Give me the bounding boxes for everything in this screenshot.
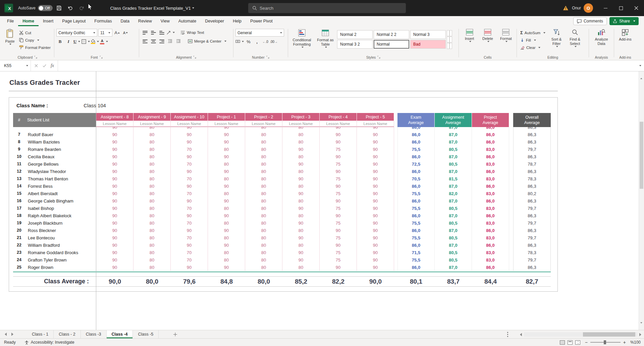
cell-style-normal-2[interactable]: Normal 2 (337, 30, 373, 39)
exam-average-cell[interactable]: 86,0 (397, 264, 435, 271)
overall-average-cell[interactable]: 86,3 (513, 127, 551, 131)
grade-cell[interactable]: 70 (171, 160, 208, 168)
class-name-value[interactable]: Class 104 (84, 103, 106, 108)
overall-average-cell[interactable]: 86,3 (513, 227, 551, 234)
excel-app-icon[interactable]: X (4, 3, 13, 13)
bold-button[interactable]: B (56, 38, 64, 45)
grade-cell[interactable]: 80 (133, 160, 171, 168)
project-average-cell[interactable]: 86,0 (472, 138, 509, 146)
save-button[interactable] (54, 3, 64, 13)
grade-cell[interactable]: 90 (320, 138, 357, 146)
font-color-button[interactable]: A (100, 38, 108, 45)
grade-cell[interactable]: 90 (96, 160, 133, 168)
sheet-tab-class-5[interactable]: Class -5 (133, 330, 159, 338)
grade-cell[interactable]: 90 (96, 264, 133, 271)
grade-cell[interactable]: 80 (245, 249, 282, 256)
exam-average-cell[interactable]: 86,0 (397, 131, 435, 138)
exam-average-cell[interactable]: 75,5 (397, 205, 435, 212)
overall-average-cell[interactable]: 80,2 (513, 190, 551, 197)
grade-cell[interactable]: 90 (96, 131, 133, 138)
overall-average-cell[interactable]: 78,3 (513, 175, 551, 182)
grade-cell[interactable]: 90 (171, 212, 208, 219)
analyze-data-button[interactable]: Analyze Data (592, 27, 611, 47)
grade-cell[interactable]: 80 (245, 197, 282, 205)
styles-more-button[interactable] (447, 43, 452, 49)
project-average-cell[interactable]: 83,0 (472, 160, 509, 168)
conditional-formatting-button[interactable]: Conditional Formatting (290, 27, 314, 49)
grade-cell[interactable]: 80 (245, 168, 282, 175)
ribbon-tab-automate[interactable]: Automate (174, 16, 201, 26)
project-average-cell[interactable]: 86,0 (472, 197, 509, 205)
grade-cell[interactable]: 90 (96, 227, 133, 234)
comma-style-button[interactable]: , (253, 38, 261, 45)
zoom-slider[interactable] (590, 342, 621, 343)
grade-cell[interactable]: 80 (208, 256, 245, 264)
formula-bar-expand-button[interactable] (635, 60, 644, 71)
grade-cell[interactable]: 90 (171, 138, 208, 146)
grade-cell[interactable]: 90 (208, 182, 245, 190)
overall-average-cell[interactable]: 79,7 (513, 205, 551, 212)
assignment-average-cell[interactable]: 80,5 (435, 160, 472, 168)
grade-cell[interactable]: 90 (320, 212, 357, 219)
grade-cell[interactable]: 80 (208, 175, 245, 182)
grade-cell[interactable]: 90 (171, 131, 208, 138)
grade-cell[interactable]: 80 (245, 127, 282, 131)
grade-cell[interactable]: 90 (357, 160, 394, 168)
assignment-average-cell[interactable]: 87,0 (435, 197, 472, 205)
grade-column-header-project-4[interactable]: Project - 4Lesson Name (320, 113, 357, 127)
grade-cell[interactable]: 80 (282, 182, 320, 190)
align-center-button[interactable] (150, 38, 157, 45)
grade-cell[interactable]: 80 (133, 241, 171, 249)
project-average-cell[interactable]: 86,0 (472, 264, 509, 271)
grade-cell[interactable]: 90 (282, 249, 320, 256)
grade-cell[interactable]: 90 (208, 241, 245, 249)
grade-cell[interactable]: 90 (96, 153, 133, 160)
borders-button[interactable] (82, 38, 90, 45)
grade-cell[interactable]: 90 (357, 249, 394, 256)
project-average-cell[interactable]: 86,0 (472, 153, 509, 160)
assignment-average-cell[interactable]: 80,5 (435, 256, 472, 264)
exam-average-cell[interactable]: 86,0 (397, 241, 435, 249)
grade-cell[interactable]: 80 (282, 138, 320, 146)
ribbon-tab-review[interactable]: Review (134, 16, 156, 26)
exam-average-cell[interactable]: 86,0 (397, 182, 435, 190)
grade-cell[interactable]: 80 (208, 249, 245, 256)
grade-cell[interactable]: 80 (133, 146, 171, 153)
grade-cell[interactable]: 90 (357, 241, 394, 249)
grade-cell[interactable]: 80 (133, 212, 171, 219)
dialog-launcher-icon[interactable] (266, 56, 269, 59)
project-average-cell[interactable]: 86,0 (472, 168, 509, 175)
grade-cell[interactable]: 80 (133, 219, 171, 227)
comments-button[interactable]: Comments (573, 17, 607, 25)
align-top-button[interactable] (141, 29, 149, 36)
project-average-cell[interactable]: 86,0 (472, 131, 509, 138)
grade-cell[interactable]: 90 (208, 138, 245, 146)
assignment-average-cell[interactable]: 80,5 (435, 146, 472, 153)
grade-cell[interactable]: 80 (282, 168, 320, 175)
grade-cell[interactable]: 80 (282, 264, 320, 271)
number-format-select[interactable]: General (235, 29, 284, 37)
assignment-average-cell[interactable]: 87,0 (435, 153, 472, 160)
zoom-in-button[interactable]: + (623, 340, 626, 345)
grade-cell[interactable]: 90 (208, 264, 245, 271)
exam-average-cell[interactable]: 70,5 (397, 175, 435, 182)
alert-icon[interactable] (563, 5, 569, 11)
overall-average-cell[interactable]: 78,3 (513, 249, 551, 256)
grade-cell[interactable]: 90 (282, 146, 320, 153)
grade-cell[interactable]: 90 (96, 190, 133, 197)
increase-font-button[interactable]: A (113, 29, 121, 37)
cell-style-normal-3[interactable]: Normal 3 (410, 30, 446, 39)
project-average-cell[interactable]: 83,0 (472, 234, 509, 241)
scroll-left-button[interactable] (520, 333, 522, 336)
grade-cell[interactable]: 80 (133, 175, 171, 182)
tab-scroll-right-button[interactable] (11, 333, 13, 336)
cancel-button[interactable] (32, 62, 40, 70)
decrease-decimal-button[interactable]: .00→ (270, 38, 277, 45)
grade-cell[interactable]: 70 (171, 234, 208, 241)
dialog-launcher-icon[interactable] (34, 56, 37, 59)
average-column-header[interactable]: ProjectAverage (472, 113, 509, 127)
grade-cell[interactable]: 90 (320, 264, 357, 271)
close-button[interactable] (629, 0, 644, 16)
grade-cell[interactable]: 90 (96, 205, 133, 212)
horizontal-scrollbar-thumb[interactable] (583, 332, 635, 337)
